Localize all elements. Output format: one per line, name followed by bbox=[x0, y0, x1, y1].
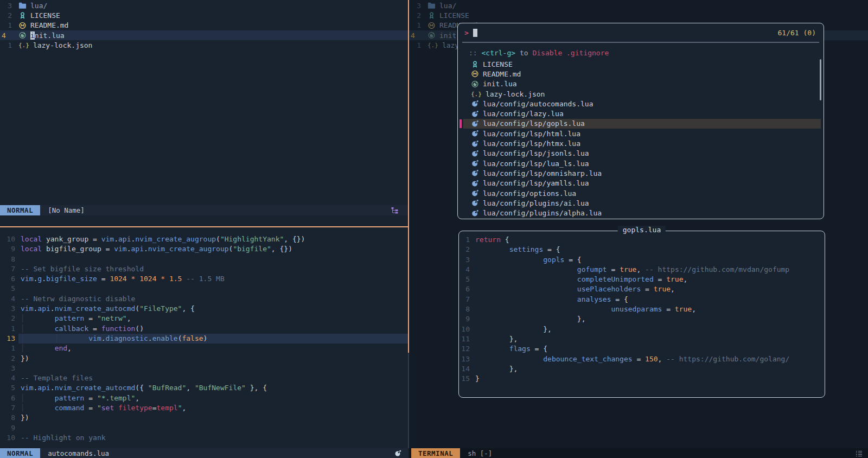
code-line[interactable]: 1│ callback = function() bbox=[0, 324, 408, 334]
code-line[interactable]: 2}) bbox=[0, 354, 408, 364]
code-token: │ bbox=[21, 394, 25, 402]
preview-line: 10 }, bbox=[459, 325, 822, 334]
code-token: -- Netrw diagnostic disable bbox=[21, 295, 135, 303]
code-line[interactable]: 5vim.api.nvim_create_autocmd({ "BufRead"… bbox=[0, 383, 408, 393]
file-name: LICENSE bbox=[439, 11, 469, 20]
buffer-name: sh [-] bbox=[468, 449, 492, 457]
code-line[interactable]: 2│ pattern = "netrw", bbox=[0, 314, 408, 323]
file-item[interactable]: lua/config/plugins/ai.lua bbox=[463, 198, 821, 208]
file-row[interactable]: 1{.}lazy-lock.json bbox=[0, 40, 408, 50]
buffer-name: autocomands.lua bbox=[48, 449, 109, 457]
code-text: vim.api.nvim_create_autocmd("FileType", … bbox=[18, 304, 408, 314]
file-name: init.lua bbox=[483, 80, 517, 88]
code-line[interactable]: 3vim.api.nvim_create_autocmd("FileType",… bbox=[0, 304, 408, 314]
code-token: "HighlightYank" bbox=[220, 235, 284, 243]
code-token: g bbox=[37, 275, 42, 283]
code-text: local yank_group = vim.api.nvim_create_a… bbox=[18, 234, 408, 244]
lua-icon bbox=[471, 100, 479, 107]
line-number: 2 bbox=[409, 11, 423, 20]
fzf-prompt[interactable]: > bbox=[464, 29, 469, 37]
preview-title: gopls.lua bbox=[618, 226, 666, 234]
code-token: function bbox=[101, 325, 136, 333]
fzf-results-list[interactable]: LICENSEREADME.mdinit.lua{.}lazy-lock.jso… bbox=[458, 59, 824, 218]
code-window[interactable]: 10local yank_group = vim.api.nvim_create… bbox=[0, 234, 408, 443]
file-item[interactable]: lua/config/options.lua bbox=[463, 188, 821, 198]
file-name: lazy-lock.json bbox=[33, 41, 93, 49]
code-text: -- Netrw diagnostic disable bbox=[18, 294, 408, 304]
code-token: ( bbox=[216, 235, 220, 243]
code-token: 1024 bbox=[139, 275, 156, 283]
code-line[interactable]: 10local yank_group = vim.api.nvim_create… bbox=[0, 234, 408, 244]
file-name: lua/config/lazy.lua bbox=[483, 110, 564, 118]
file-item[interactable]: lua/config/lsp/yamlls.lua bbox=[463, 179, 821, 188]
line-number: 1 bbox=[409, 21, 423, 29]
code-token: vim bbox=[21, 275, 33, 283]
file-row[interactable]: 2LICENSE bbox=[0, 10, 408, 20]
file-item[interactable]: {.}lazy-lock.json bbox=[463, 89, 821, 99]
code-text: gopls = { bbox=[475, 255, 822, 265]
code-line[interactable]: 1│ end, bbox=[0, 344, 408, 353]
code-token bbox=[25, 325, 55, 333]
code-line[interactable]: 7│ command = "set filetype=templ", bbox=[0, 403, 408, 413]
code-line[interactable]: 7-- Set bigfile size threshold bbox=[0, 264, 408, 274]
code-line[interactable]: 13│ │ vim.diagnostic.enable(false) bbox=[0, 334, 408, 344]
code-line[interactable]: 4-- Template files bbox=[0, 373, 408, 383]
file-item[interactable]: LICENSE bbox=[463, 59, 821, 69]
code-line[interactable]: 4-- Netrw diagnostic disable bbox=[0, 294, 408, 304]
code-token: pattern bbox=[55, 394, 85, 402]
lua-icon bbox=[471, 150, 479, 157]
file-item[interactable]: lua/config/lsp/html.lua bbox=[463, 129, 821, 138]
code-line[interactable]: 6│ pattern = "*.templ", bbox=[0, 393, 408, 403]
code-line[interactable]: 6vim.g.bigfile_size = 1024 * 1024 * 1.5 … bbox=[0, 274, 408, 284]
file-item[interactable]: README.md bbox=[463, 69, 821, 79]
file-item[interactable]: init.lua bbox=[463, 79, 821, 89]
file-item[interactable]: lua/config/lsp/jsonls.lua bbox=[463, 149, 821, 158]
line-number: 1 bbox=[0, 21, 14, 29]
file-item[interactable]: lua/config/lsp/lua_ls.lua bbox=[463, 158, 821, 168]
code-token: -- https://github.com/golang/ bbox=[666, 355, 789, 363]
code-token: { bbox=[501, 236, 509, 244]
code-token: , bbox=[658, 355, 667, 363]
luainit-icon bbox=[18, 31, 27, 39]
code-line[interactable]: 10-- Highlight on yank bbox=[0, 433, 408, 443]
preview-line: 1return { bbox=[459, 235, 822, 245]
file-explorer[interactable]: 3lua/2LICENSE1README.md4init.lua1{.}lazy… bbox=[0, 1, 408, 50]
code-token bbox=[475, 345, 509, 353]
code-line[interactable]: 9 bbox=[0, 423, 408, 433]
code-text bbox=[18, 423, 408, 433]
lua-icon bbox=[471, 189, 479, 197]
scrollbar[interactable] bbox=[820, 59, 821, 100]
file-row[interactable]: 4init.lua bbox=[0, 30, 408, 40]
code-line[interactable]: 8 bbox=[0, 255, 408, 264]
lua-icon bbox=[471, 199, 479, 207]
code-token: debounce_text_changes bbox=[543, 355, 632, 363]
file-name: lua/config/plugins/alpha.lua bbox=[483, 209, 602, 217]
code-line[interactable]: 9local bigfile_group = vim.api.nvim_crea… bbox=[0, 244, 408, 254]
code-text bbox=[18, 255, 408, 264]
line-number: 6 bbox=[0, 274, 18, 284]
file-item[interactable]: lua/config/lsp/htmx.lua bbox=[463, 138, 821, 148]
line-number: 10 bbox=[459, 325, 475, 334]
file-item[interactable]: lua/config/autocomands.lua bbox=[463, 99, 821, 109]
code-token: api bbox=[118, 235, 131, 243]
file-item[interactable]: lua/config/plugins/alpha.lua bbox=[463, 208, 821, 218]
code-token: Disable .gitignore bbox=[528, 49, 609, 57]
code-line[interactable]: 5 bbox=[0, 284, 408, 294]
file-row[interactable]: 3lua/ bbox=[0, 1, 408, 10]
code-text: -- Template files bbox=[18, 373, 408, 383]
active-window-border bbox=[0, 226, 409, 227]
preview-line: 15} bbox=[459, 374, 822, 384]
code-token: end bbox=[55, 344, 67, 352]
code-line[interactable]: 3 bbox=[0, 364, 408, 373]
line-number: 3 bbox=[459, 255, 475, 265]
file-item[interactable]: lua/config/lsp/omnisharp.lua bbox=[463, 168, 821, 178]
line-number: 6 bbox=[459, 284, 475, 294]
line-number: 6 bbox=[0, 393, 18, 403]
file-item[interactable]: lua/config/lazy.lua bbox=[463, 109, 821, 118]
code-token: command bbox=[55, 404, 85, 412]
code-line[interactable]: 8}) bbox=[0, 413, 408, 423]
code-token: * bbox=[156, 275, 169, 283]
code-token bbox=[475, 245, 509, 253]
file-row[interactable]: 1README.md bbox=[0, 21, 408, 30]
file-item[interactable]: lua/config/lsp/gopls.lua bbox=[463, 119, 821, 129]
